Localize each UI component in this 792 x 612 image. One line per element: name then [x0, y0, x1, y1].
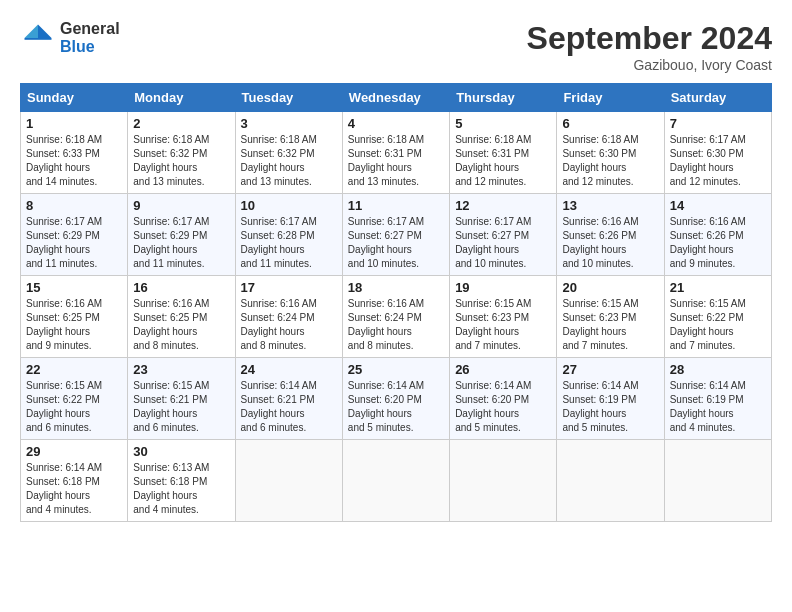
day-info: Sunrise: 6:17 AM Sunset: 6:29 PM Dayligh… [133, 215, 229, 271]
calendar-cell: 7 Sunrise: 6:17 AM Sunset: 6:30 PM Dayli… [664, 112, 771, 194]
day-info: Sunrise: 6:16 AM Sunset: 6:24 PM Dayligh… [348, 297, 444, 353]
day-info: Sunrise: 6:18 AM Sunset: 6:30 PM Dayligh… [562, 133, 658, 189]
day-number: 11 [348, 198, 444, 213]
day-number: 8 [26, 198, 122, 213]
day-info: Sunrise: 6:15 AM Sunset: 6:22 PM Dayligh… [26, 379, 122, 435]
calendar-cell: 29 Sunrise: 6:14 AM Sunset: 6:18 PM Dayl… [21, 440, 128, 522]
day-number: 22 [26, 362, 122, 377]
day-info: Sunrise: 6:18 AM Sunset: 6:31 PM Dayligh… [348, 133, 444, 189]
calendar-cell: 24 Sunrise: 6:14 AM Sunset: 6:21 PM Dayl… [235, 358, 342, 440]
day-info: Sunrise: 6:16 AM Sunset: 6:25 PM Dayligh… [26, 297, 122, 353]
calendar-header-sunday: Sunday [21, 84, 128, 112]
calendar-week-3: 15 Sunrise: 6:16 AM Sunset: 6:25 PM Dayl… [21, 276, 772, 358]
calendar-header-friday: Friday [557, 84, 664, 112]
day-info: Sunrise: 6:18 AM Sunset: 6:32 PM Dayligh… [133, 133, 229, 189]
day-info: Sunrise: 6:14 AM Sunset: 6:20 PM Dayligh… [348, 379, 444, 435]
calendar-week-1: 1 Sunrise: 6:18 AM Sunset: 6:33 PM Dayli… [21, 112, 772, 194]
logo-icon [20, 20, 56, 56]
svg-rect-2 [25, 38, 52, 40]
calendar-cell: 3 Sunrise: 6:18 AM Sunset: 6:32 PM Dayli… [235, 112, 342, 194]
svg-marker-0 [38, 25, 52, 39]
day-info: Sunrise: 6:16 AM Sunset: 6:25 PM Dayligh… [133, 297, 229, 353]
calendar-cell: 9 Sunrise: 6:17 AM Sunset: 6:29 PM Dayli… [128, 194, 235, 276]
day-info: Sunrise: 6:16 AM Sunset: 6:26 PM Dayligh… [670, 215, 766, 271]
day-number: 20 [562, 280, 658, 295]
calendar-cell [342, 440, 449, 522]
calendar-header-thursday: Thursday [450, 84, 557, 112]
day-number: 27 [562, 362, 658, 377]
day-info: Sunrise: 6:14 AM Sunset: 6:19 PM Dayligh… [562, 379, 658, 435]
day-number: 15 [26, 280, 122, 295]
calendar-cell: 17 Sunrise: 6:16 AM Sunset: 6:24 PM Dayl… [235, 276, 342, 358]
calendar-cell: 28 Sunrise: 6:14 AM Sunset: 6:19 PM Dayl… [664, 358, 771, 440]
calendar-cell: 6 Sunrise: 6:18 AM Sunset: 6:30 PM Dayli… [557, 112, 664, 194]
day-number: 1 [26, 116, 122, 131]
day-number: 29 [26, 444, 122, 459]
day-number: 7 [670, 116, 766, 131]
day-number: 25 [348, 362, 444, 377]
calendar-cell: 20 Sunrise: 6:15 AM Sunset: 6:23 PM Dayl… [557, 276, 664, 358]
day-number: 13 [562, 198, 658, 213]
calendar-cell: 11 Sunrise: 6:17 AM Sunset: 6:27 PM Dayl… [342, 194, 449, 276]
day-number: 21 [670, 280, 766, 295]
calendar-cell: 2 Sunrise: 6:18 AM Sunset: 6:32 PM Dayli… [128, 112, 235, 194]
calendar-cell: 10 Sunrise: 6:17 AM Sunset: 6:28 PM Dayl… [235, 194, 342, 276]
day-info: Sunrise: 6:18 AM Sunset: 6:33 PM Dayligh… [26, 133, 122, 189]
day-number: 23 [133, 362, 229, 377]
day-info: Sunrise: 6:17 AM Sunset: 6:27 PM Dayligh… [348, 215, 444, 271]
day-info: Sunrise: 6:16 AM Sunset: 6:26 PM Dayligh… [562, 215, 658, 271]
calendar-cell: 30 Sunrise: 6:13 AM Sunset: 6:18 PM Dayl… [128, 440, 235, 522]
calendar-cell [557, 440, 664, 522]
page-header: General Blue September 2024 Gazibouo, Iv… [20, 20, 772, 73]
day-number: 17 [241, 280, 337, 295]
day-number: 12 [455, 198, 551, 213]
day-number: 18 [348, 280, 444, 295]
day-info: Sunrise: 6:15 AM Sunset: 6:21 PM Dayligh… [133, 379, 229, 435]
day-info: Sunrise: 6:15 AM Sunset: 6:22 PM Dayligh… [670, 297, 766, 353]
calendar-cell: 8 Sunrise: 6:17 AM Sunset: 6:29 PM Dayli… [21, 194, 128, 276]
day-number: 30 [133, 444, 229, 459]
calendar-cell: 15 Sunrise: 6:16 AM Sunset: 6:25 PM Dayl… [21, 276, 128, 358]
day-number: 24 [241, 362, 337, 377]
day-info: Sunrise: 6:17 AM Sunset: 6:30 PM Dayligh… [670, 133, 766, 189]
title-block: September 2024 Gazibouo, Ivory Coast [527, 20, 772, 73]
calendar-cell: 14 Sunrise: 6:16 AM Sunset: 6:26 PM Dayl… [664, 194, 771, 276]
calendar-week-2: 8 Sunrise: 6:17 AM Sunset: 6:29 PM Dayli… [21, 194, 772, 276]
day-info: Sunrise: 6:18 AM Sunset: 6:31 PM Dayligh… [455, 133, 551, 189]
day-number: 5 [455, 116, 551, 131]
day-info: Sunrise: 6:13 AM Sunset: 6:18 PM Dayligh… [133, 461, 229, 517]
day-number: 26 [455, 362, 551, 377]
calendar-cell: 4 Sunrise: 6:18 AM Sunset: 6:31 PM Dayli… [342, 112, 449, 194]
calendar-cell: 18 Sunrise: 6:16 AM Sunset: 6:24 PM Dayl… [342, 276, 449, 358]
month-title: September 2024 [527, 20, 772, 57]
calendar-week-5: 29 Sunrise: 6:14 AM Sunset: 6:18 PM Dayl… [21, 440, 772, 522]
calendar-header-row: SundayMondayTuesdayWednesdayThursdayFrid… [21, 84, 772, 112]
day-number: 3 [241, 116, 337, 131]
day-info: Sunrise: 6:15 AM Sunset: 6:23 PM Dayligh… [562, 297, 658, 353]
calendar-cell: 25 Sunrise: 6:14 AM Sunset: 6:20 PM Dayl… [342, 358, 449, 440]
calendar-header-monday: Monday [128, 84, 235, 112]
calendar-header-saturday: Saturday [664, 84, 771, 112]
day-number: 14 [670, 198, 766, 213]
day-number: 10 [241, 198, 337, 213]
calendar-cell: 26 Sunrise: 6:14 AM Sunset: 6:20 PM Dayl… [450, 358, 557, 440]
day-number: 19 [455, 280, 551, 295]
day-info: Sunrise: 6:14 AM Sunset: 6:19 PM Dayligh… [670, 379, 766, 435]
day-number: 9 [133, 198, 229, 213]
calendar-cell [235, 440, 342, 522]
calendar-cell: 21 Sunrise: 6:15 AM Sunset: 6:22 PM Dayl… [664, 276, 771, 358]
svg-marker-1 [25, 25, 39, 39]
location: Gazibouo, Ivory Coast [527, 57, 772, 73]
calendar-cell: 12 Sunrise: 6:17 AM Sunset: 6:27 PM Dayl… [450, 194, 557, 276]
day-info: Sunrise: 6:17 AM Sunset: 6:28 PM Dayligh… [241, 215, 337, 271]
day-info: Sunrise: 6:16 AM Sunset: 6:24 PM Dayligh… [241, 297, 337, 353]
calendar-cell: 23 Sunrise: 6:15 AM Sunset: 6:21 PM Dayl… [128, 358, 235, 440]
calendar-cell: 27 Sunrise: 6:14 AM Sunset: 6:19 PM Dayl… [557, 358, 664, 440]
day-info: Sunrise: 6:17 AM Sunset: 6:29 PM Dayligh… [26, 215, 122, 271]
day-info: Sunrise: 6:17 AM Sunset: 6:27 PM Dayligh… [455, 215, 551, 271]
calendar-cell: 5 Sunrise: 6:18 AM Sunset: 6:31 PM Dayli… [450, 112, 557, 194]
day-info: Sunrise: 6:14 AM Sunset: 6:21 PM Dayligh… [241, 379, 337, 435]
day-info: Sunrise: 6:18 AM Sunset: 6:32 PM Dayligh… [241, 133, 337, 189]
day-number: 16 [133, 280, 229, 295]
calendar-table: SundayMondayTuesdayWednesdayThursdayFrid… [20, 83, 772, 522]
